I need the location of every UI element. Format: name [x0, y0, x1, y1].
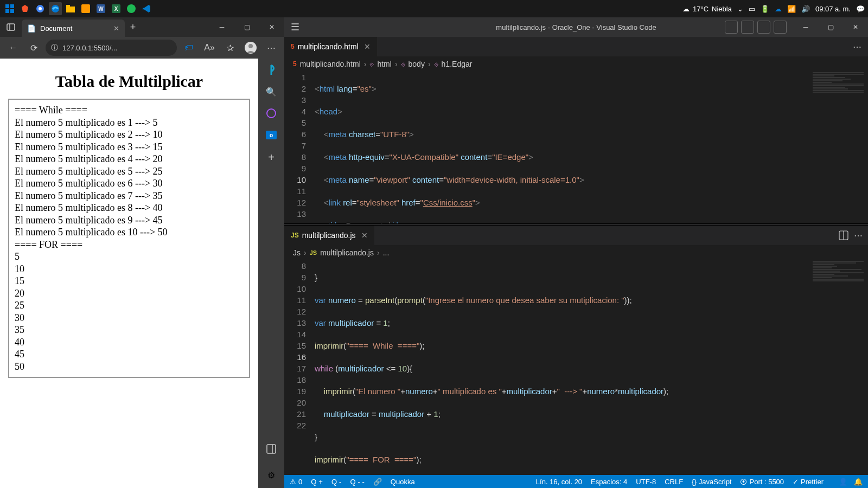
tab-js[interactable]: JS multilplicando.js ✕ [284, 226, 374, 245]
crumb[interactable]: multilplicando.js [320, 248, 374, 257]
shopping-icon[interactable]: 🏷 [180, 39, 197, 56]
outlook-icon[interactable]: o [266, 130, 277, 140]
close-icon[interactable]: ✕ [113, 24, 119, 33]
windows-taskbar: W X ☁ 17°C Niebla ⌄ ▭ 🔋 ☁ 📶 🔊 09:07 a. m… [0, 0, 868, 17]
code-content[interactable]: } var numero = parseInt(prompt("Ingrese … [315, 260, 868, 475]
toggle-panel-right-icon[interactable] [757, 21, 770, 34]
editor-html[interactable]: 12345678910111213 <html lang="es"> <head… [284, 72, 868, 223]
svg-point-18 [248, 44, 253, 48]
menu-icon[interactable]: ☰ [291, 21, 299, 33]
quokka-plus[interactable]: Q + [311, 478, 323, 486]
new-tab-button[interactable]: + [125, 22, 141, 33]
editor-js[interactable]: 8910111213141516171819202122 } var numer… [284, 260, 868, 475]
output-line: 50 [15, 361, 244, 373]
edge-icon[interactable] [49, 2, 62, 15]
close-icon[interactable]: ✕ [364, 42, 371, 51]
read-aloud-icon[interactable]: A» [201, 39, 218, 56]
more-icon[interactable]: ⋯ [854, 230, 863, 241]
output-line: ==== FOR ==== [15, 239, 244, 251]
volume-icon[interactable]: 🔊 [801, 5, 810, 13]
maximize-button[interactable]: ▢ [818, 17, 843, 37]
maximize-button[interactable]: ▢ [234, 17, 259, 37]
indentation[interactable]: Espacios: 4 [591, 478, 627, 486]
debug-icon[interactable]: 🔗 [373, 478, 382, 486]
crumb[interactable]: ... [383, 248, 390, 257]
vscode-icon[interactable] [140, 2, 153, 15]
excel-icon[interactable]: X [110, 2, 123, 15]
crumb[interactable]: h1.Edgar [442, 60, 473, 68]
more-icon[interactable]: ⋯ [263, 39, 280, 56]
info-icon[interactable]: ⓘ [51, 43, 58, 53]
back-button[interactable]: ← [4, 39, 22, 56]
wifi-icon[interactable]: 📶 [787, 5, 796, 13]
bell-icon[interactable]: 🔔 [854, 478, 863, 486]
breadcrumbs[interactable]: 5 multiplicando.html› ⟐ html› ⟐ body› ⟐ … [284, 56, 868, 72]
close-button[interactable]: ✕ [259, 17, 284, 37]
feedback-icon[interactable]: 👤 [839, 478, 847, 486]
start-icon[interactable] [3, 2, 16, 15]
explorer-icon[interactable] [64, 2, 77, 15]
notification-icon[interactable]: 💬 [856, 5, 865, 13]
close-button[interactable]: ✕ [843, 17, 868, 37]
minimap[interactable] [808, 72, 868, 223]
chrome-icon[interactable] [34, 2, 47, 15]
browser-tab[interactable]: 📄 Document ✕ [22, 20, 125, 37]
profile-icon[interactable] [242, 39, 259, 56]
breadcrumbs-2[interactable]: Js› JS multilplicando.js› ... [284, 245, 868, 260]
svg-point-5 [39, 7, 42, 10]
tab-html[interactable]: 5 multiplicando.html ✕ [284, 37, 377, 56]
weather-temp: 17°C [693, 5, 709, 13]
minimize-button[interactable]: ─ [793, 17, 818, 37]
quokka-dd[interactable]: Q - - [350, 478, 364, 486]
code-content[interactable]: <html lang="es"> <head> <meta charset="U… [315, 72, 868, 223]
spotify-icon[interactable] [125, 2, 138, 15]
copilot-icon[interactable] [266, 108, 277, 119]
hide-sidebar-icon[interactable] [266, 444, 276, 454]
weather-widget[interactable]: ☁ 17°C Niebla [682, 5, 732, 13]
tab-actions-button[interactable] [0, 17, 22, 37]
toggle-panel-bottom-icon[interactable] [741, 21, 754, 34]
vscode-window: ☰ multilplicando.js - Oracle_One - Visua… [284, 17, 868, 488]
add-icon[interactable]: + [268, 151, 275, 164]
crumb[interactable]: body [409, 60, 425, 68]
problems-button[interactable]: ⚠0 [290, 478, 302, 486]
line-numbers: 12345678910111213 [284, 72, 315, 223]
favorite-icon[interactable]: ✰ [221, 39, 239, 56]
search-icon[interactable]: 🔍 [266, 87, 277, 97]
editor-tabs: 5 multiplicando.html ✕ ⋯ [284, 37, 868, 56]
brave-icon[interactable] [18, 2, 31, 15]
close-icon[interactable]: ✕ [361, 231, 368, 240]
crumb[interactable]: Js [293, 248, 301, 257]
chevron-down-icon[interactable]: ⌄ [737, 5, 743, 13]
clock[interactable]: 09:07 a. m. [815, 5, 851, 13]
onedrive-icon[interactable]: ☁ [775, 5, 782, 13]
prettier-status[interactable]: ✓ Prettier [793, 478, 824, 486]
encoding[interactable]: UTF-8 [636, 478, 656, 486]
word-icon[interactable]: W [94, 2, 107, 15]
crumb[interactable]: html [377, 60, 391, 68]
refresh-button[interactable]: ⟳ [25, 39, 42, 56]
live-server-port[interactable]: ⦿ Port : 5500 [740, 478, 784, 486]
output-line: El numero 5 multiplicado es 9 ---> 45 [15, 214, 244, 227]
battery-icon[interactable]: 🔋 [761, 5, 769, 13]
customize-layout-icon[interactable] [774, 21, 787, 34]
toggle-panel-left-icon[interactable] [725, 21, 738, 34]
crumb[interactable]: multiplicando.html [300, 60, 361, 68]
quokka-label[interactable]: Quokka [391, 478, 415, 486]
quokka-minus[interactable]: Q - [331, 478, 341, 486]
address-bar[interactable]: ⓘ 127.0.0.1:5500/... [46, 40, 177, 56]
bing-icon[interactable] [265, 64, 277, 76]
minimize-button[interactable]: ─ [209, 17, 234, 37]
svg-text:W: W [98, 6, 104, 12]
sublime-icon[interactable] [79, 2, 92, 15]
cursor-position[interactable]: Lín. 16, col. 20 [536, 478, 582, 486]
check-icon: ✓ [793, 478, 799, 486]
language-mode[interactable]: {} JavaScript [692, 478, 731, 486]
minimap[interactable] [808, 260, 868, 475]
eol[interactable]: CRLF [665, 478, 683, 486]
tray-icon[interactable]: ▭ [749, 5, 755, 13]
brackets-icon: ⟐ [434, 60, 438, 68]
more-icon[interactable]: ⋯ [846, 42, 868, 52]
gear-icon[interactable]: ⚙ [267, 470, 275, 480]
split-right-icon[interactable] [839, 230, 848, 241]
